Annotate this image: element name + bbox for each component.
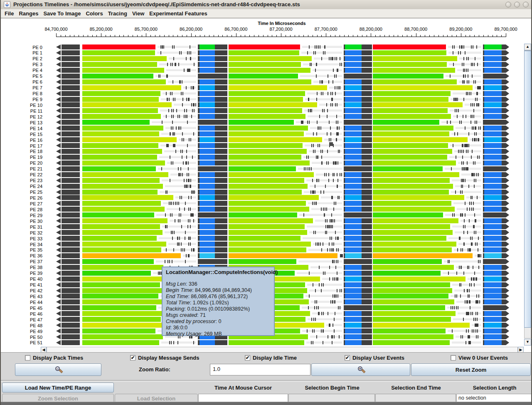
scroll-down-icon[interactable]: ▼ (524, 339, 531, 346)
checkbox-icon[interactable] (451, 355, 456, 361)
timeline-row-PE0[interactable] (56, 44, 509, 49)
timeline-row-PE37[interactable] (56, 259, 509, 264)
message-send-tick (478, 248, 478, 252)
timeline-row-PE29[interactable] (56, 212, 509, 217)
timeline-row-PE36[interactable] (56, 253, 509, 258)
timeline-row-PE22[interactable] (56, 172, 509, 177)
checkbox-icon[interactable] (25, 355, 30, 361)
timeline-row-PE43[interactable] (56, 294, 509, 299)
timeline-row-PE39[interactable] (56, 271, 509, 276)
timeline-row-PE24[interactable] (56, 184, 509, 189)
timeline-row-PE42[interactable] (56, 288, 509, 293)
timeline-row-PE44[interactable] (56, 299, 509, 304)
maximize-button-icon[interactable] (514, 2, 520, 7)
timeline-row-PE45[interactable] (56, 305, 509, 310)
timeline-row-PE3[interactable] (56, 62, 509, 67)
timeline-row-PE7[interactable] (56, 85, 509, 90)
timeline-row-PE32[interactable] (56, 230, 509, 235)
timeline-row-PE33[interactable] (56, 236, 509, 241)
timeline-row-PE27[interactable] (56, 201, 509, 206)
message-send-tick (181, 92, 182, 95)
message-send-tick (471, 45, 472, 49)
message-send-tick (464, 219, 465, 222)
message-send-tick (336, 277, 337, 281)
timeline-row-PE11[interactable] (56, 108, 509, 113)
scroll-up-icon[interactable]: ▲ (524, 44, 531, 50)
timeline-row-PE47[interactable] (56, 317, 509, 322)
menu-view[interactable]: View (130, 10, 147, 17)
zoom-out-button[interactable]: − (15, 363, 101, 376)
checkbox-display-user-events[interactable]: ✔ Display User Events (345, 355, 404, 361)
event-marker[interactable] (329, 142, 333, 146)
timeline-row-PE35[interactable] (56, 247, 509, 252)
message-send-tick (460, 213, 461, 217)
checkbox-display-message-sends[interactable]: ✔ Display Message Sends (130, 355, 199, 361)
timeline-row-PE34[interactable] (56, 242, 509, 247)
menu-save-to-image[interactable]: Save To Image (41, 10, 83, 17)
zoom-ratio-input[interactable]: 1.0 (210, 364, 310, 375)
timeline-row-PE23[interactable] (56, 178, 509, 183)
load-new-time-pe-range-button[interactable]: Load New Time/PE Range (2, 383, 114, 393)
scroll-left-icon[interactable]: ◀ (41, 347, 47, 353)
timeline-row-PE20[interactable] (56, 161, 509, 165)
zoom-in-button[interactable]: + (311, 363, 410, 376)
pe-label: PE 22 (12, 172, 42, 177)
timeline-row-PE48[interactable] (56, 323, 509, 328)
checkbox-view-0-user-events[interactable]: View 0 User Events (451, 355, 508, 361)
menu-experimental-features[interactable]: Experimental Features (147, 10, 209, 17)
timeline-row-PE2[interactable] (56, 56, 509, 61)
checkbox-icon[interactable]: ✔ (130, 355, 135, 361)
timeline-row-PE1[interactable] (56, 50, 509, 55)
entry-bar (373, 68, 455, 73)
timeline-row-PE8[interactable] (56, 91, 509, 96)
checkbox-display-pack-times[interactable]: Display Pack Times (25, 355, 83, 361)
timeline-row-PE31[interactable] (56, 224, 509, 229)
timeline-row-PE46[interactable] (56, 311, 509, 316)
horizontal-scrollbar-track[interactable] (47, 347, 518, 353)
menu-ranges[interactable]: Ranges (16, 10, 41, 17)
message-send-tick (459, 283, 460, 286)
timeline-row-PE14[interactable] (56, 126, 509, 131)
message-send-tick (181, 242, 182, 246)
timeline-row-PE4[interactable] (56, 68, 509, 73)
message-send-tick (340, 173, 340, 176)
timeline-row-PE12[interactable] (56, 114, 509, 119)
menu-colors[interactable]: Colors (83, 10, 105, 17)
checkbox-display-idle-time[interactable]: ✔ Display Idle Time (245, 355, 297, 361)
timeline-row-PE41[interactable] (56, 282, 509, 287)
menu-tracing[interactable]: Tracing (106, 10, 130, 17)
timeline-row-PE30[interactable] (56, 218, 509, 223)
checkbox-icon[interactable]: ✔ (345, 355, 350, 361)
timeline-row-PE51[interactable] (56, 340, 509, 345)
timeline-row-PE38[interactable] (56, 265, 509, 270)
reset-zoom-button[interactable]: Reset Zoom (411, 363, 531, 376)
timeline-row-PE15[interactable] (56, 131, 509, 136)
timeline-row-PE9[interactable] (56, 97, 509, 102)
message-send-tick (459, 266, 460, 269)
timeline-row-PE19[interactable] (56, 155, 509, 160)
timeline-row-PE26[interactable] (56, 195, 509, 200)
timeline-row-PE18[interactable] (56, 149, 509, 154)
timeline-row-PE16[interactable] (56, 137, 509, 142)
timeline-row-PE25[interactable] (56, 190, 509, 195)
checkbox-icon[interactable]: ✔ (245, 355, 250, 361)
timeline-row-PE17[interactable] (56, 143, 509, 148)
message-send-tick (186, 57, 187, 60)
timeline-row-PE21[interactable] (56, 166, 509, 171)
message-send-tick (328, 74, 328, 78)
timeline-row-PE49[interactable] (56, 328, 509, 333)
timeline-row-PE13[interactable] (56, 120, 509, 125)
vertical-scrollbar-thumb[interactable] (524, 51, 531, 328)
minimize-button-icon[interactable] (505, 2, 511, 7)
timeline-row-PE5[interactable] (56, 74, 509, 79)
menu-file[interactable]: File (2, 10, 16, 17)
timeline-row-PE40[interactable] (56, 277, 509, 282)
timeline-row-PE6[interactable] (56, 79, 509, 84)
close-button-icon[interactable] (523, 2, 529, 7)
timeline-row-PE28[interactable] (56, 207, 509, 212)
scroll-right-icon[interactable]: ▶ (518, 347, 524, 353)
timeline-row-PE10[interactable] (56, 102, 509, 107)
title-bar[interactable]: Projections Timelines - /home/simsci/use… (1, 0, 531, 10)
entry-bar (373, 236, 446, 241)
timeline-row-PE50[interactable] (56, 334, 509, 339)
